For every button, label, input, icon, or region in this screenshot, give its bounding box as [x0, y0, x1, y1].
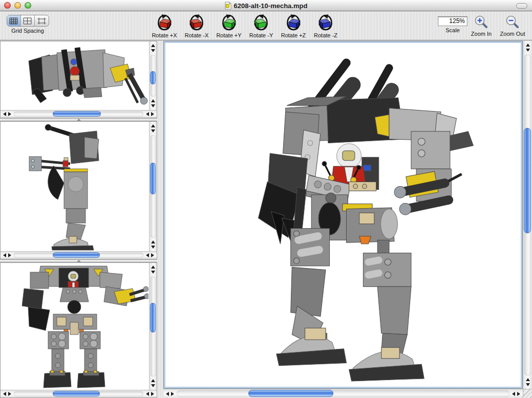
column-divider[interactable] [157, 41, 163, 398]
rotate-brick-icon [150, 14, 179, 31]
horizontal-scrollbar[interactable] [1, 390, 157, 397]
scrollbar-thumb[interactable] [150, 163, 156, 194]
thumbnail-view-side[interactable] [1, 122, 149, 251]
main-3d-view[interactable] [163, 41, 523, 389]
rotate-button-label: Rotate +Y [214, 32, 244, 38]
rotate-button-rotate-+x[interactable]: Rotate +X [150, 14, 179, 38]
rotate-brick-icon [182, 14, 211, 31]
resize-grip[interactable] [523, 389, 532, 398]
scale-label: Scale [433, 27, 472, 33]
scroll-right-icon[interactable] [151, 112, 154, 116]
window-titlebar[interactable]: 6208-alt-10-mecha.mpd [0, 0, 532, 11]
grid-medium-icon [23, 17, 32, 25]
scroll-right-icon[interactable] [151, 392, 154, 396]
vertical-scrollbar[interactable] [149, 122, 157, 251]
scroll-right-icon[interactable] [517, 392, 520, 396]
scroll-right-icon[interactable] [8, 253, 11, 257]
scroll-left-icon[interactable] [166, 392, 169, 396]
thumbnail-view-front[interactable] [1, 263, 149, 390]
scroll-right-icon[interactable] [171, 392, 174, 396]
zoom-in-button[interactable]: Zoom In [467, 14, 496, 37]
rotate-button-label: Rotate -X [182, 32, 211, 38]
window-title: 6208-alt-10-mecha.mpd [234, 2, 308, 10]
rotate-button-rotate-+z[interactable]: Rotate +Z [279, 14, 308, 38]
app-window: 6208-alt-10-mecha.mpd [0, 0, 532, 398]
scale-group: Scale [433, 16, 472, 33]
scrollbar-thumb[interactable] [53, 111, 101, 117]
scroll-right-icon[interactable] [151, 253, 154, 257]
horizontal-scrollbar[interactable] [1, 251, 157, 259]
grid-coarse-icon [37, 17, 46, 25]
scroll-down-icon[interactable] [151, 129, 155, 132]
scroll-up-icon[interactable] [151, 99, 155, 102]
rotate-buttons-group: Rotate +XRotate -XRotate +YRotate -YRota… [150, 14, 341, 38]
divider-grip-icon [77, 260, 81, 262]
divider-grip-icon [77, 119, 81, 121]
rotate-button-rotate--z[interactable]: Rotate -Z [311, 14, 341, 38]
scroll-down-icon[interactable] [151, 246, 155, 249]
scrollbar-thumb[interactable] [524, 128, 531, 233]
title-area: 6208-alt-10-mecha.mpd [0, 0, 532, 11]
scroll-right-icon[interactable] [8, 392, 11, 396]
zoom-out-label: Zoom Out [496, 31, 529, 37]
scroll-left-icon[interactable] [146, 112, 149, 116]
scrollbar-thumb[interactable] [53, 252, 100, 258]
main-view-area [163, 41, 532, 398]
scroll-down-icon[interactable] [151, 49, 155, 52]
scroll-up-icon[interactable] [151, 44, 155, 47]
rotate-brick-icon [214, 14, 244, 31]
scroll-up-icon[interactable] [526, 378, 530, 381]
rotate-button-label: Rotate +Z [279, 32, 308, 38]
scroll-up-icon[interactable] [151, 124, 155, 127]
scrollbar-thumb[interactable] [53, 391, 100, 396]
scroll-left-icon[interactable] [146, 253, 149, 257]
scroll-down-icon[interactable] [151, 271, 155, 274]
rotate-button-rotate--x[interactable]: Rotate -X [182, 14, 211, 38]
thumbnail-panel-top-view [0, 41, 157, 118]
thumbnail-panel-side-view [0, 121, 157, 259]
scroll-left-icon[interactable] [146, 392, 149, 396]
scroll-right-icon[interactable] [8, 112, 11, 116]
scroll-down-icon[interactable] [526, 49, 530, 52]
scroll-up-icon[interactable] [151, 266, 155, 269]
scroll-up-icon[interactable] [151, 240, 155, 244]
document-icon [225, 2, 231, 10]
rotate-brick-icon [246, 14, 276, 31]
rotate-button-rotate-+y[interactable]: Rotate +Y [214, 14, 244, 38]
scrollbar-thumb[interactable] [150, 303, 156, 333]
scroll-down-icon[interactable] [151, 384, 155, 387]
thumbnail-panel-front-view [0, 262, 157, 398]
vertical-scrollbar[interactable] [523, 41, 532, 389]
thumbnail-view-top[interactable] [1, 41, 149, 110]
grid-fine-icon [9, 17, 18, 25]
scrollbar-thumb[interactable] [248, 390, 333, 397]
zoom-out-button[interactable]: Zoom Out [496, 14, 529, 37]
vertical-scrollbar[interactable] [149, 41, 157, 110]
scrollbar-track[interactable] [177, 390, 509, 397]
grid-spacing-medium-button[interactable] [21, 15, 35, 26]
grid-spacing-group: Grid Spacing [3, 15, 52, 34]
horizontal-scrollbar[interactable] [163, 389, 523, 398]
scroll-left-icon[interactable] [512, 392, 515, 396]
rotate-button-rotate--y[interactable]: Rotate -Y [246, 14, 276, 38]
scrollbar-thumb[interactable] [150, 71, 156, 84]
rotate-button-label: Rotate -Z [311, 32, 341, 38]
scroll-up-icon[interactable] [151, 379, 155, 382]
toolbar-toggle-button[interactable] [516, 3, 527, 9]
horizontal-scrollbar[interactable] [1, 110, 157, 118]
zoom-in-label: Zoom In [467, 31, 496, 37]
rotate-button-label: Rotate +X [150, 32, 179, 38]
vertical-scrollbar[interactable] [149, 263, 157, 390]
scroll-down-icon[interactable] [151, 104, 155, 107]
scroll-up-icon[interactable] [526, 43, 530, 47]
scale-input[interactable] [438, 16, 467, 26]
grid-spacing-label: Grid Spacing [3, 28, 52, 34]
rotate-brick-icon [279, 14, 308, 31]
scroll-left-icon[interactable] [3, 392, 6, 396]
grid-spacing-fine-button[interactable] [7, 15, 21, 26]
grid-spacing-coarse-button[interactable] [35, 15, 49, 26]
scroll-down-icon[interactable] [526, 383, 530, 386]
scroll-left-icon[interactable] [3, 112, 6, 116]
rotate-button-label: Rotate -Y [246, 32, 276, 38]
scroll-left-icon[interactable] [3, 253, 6, 257]
